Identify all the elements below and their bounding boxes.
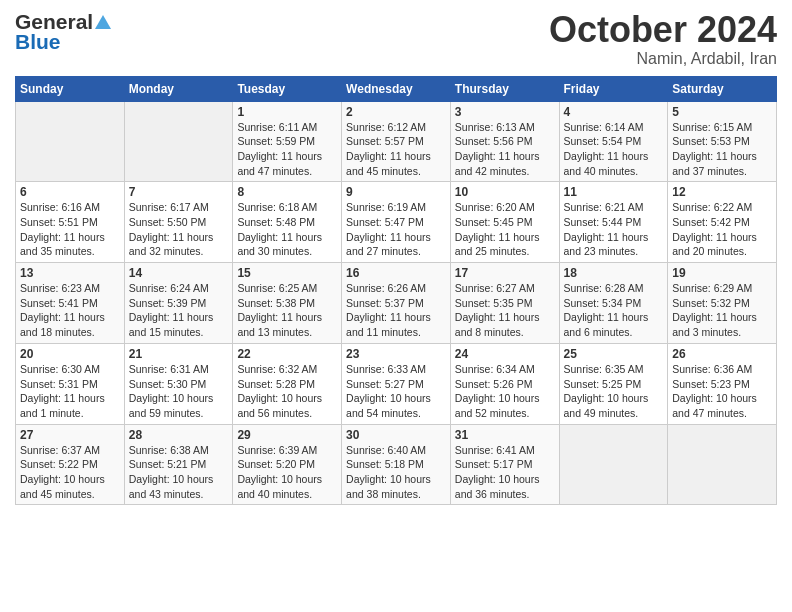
page-title: October 2024 [549,10,777,50]
day-info: Sunrise: 6:36 AM Sunset: 5:23 PM Dayligh… [672,362,772,421]
calendar-cell: 26Sunrise: 6:36 AM Sunset: 5:23 PM Dayli… [668,343,777,424]
day-number: 12 [672,185,772,199]
day-number: 24 [455,347,555,361]
header-row: Sunday Monday Tuesday Wednesday Thursday… [16,76,777,101]
calendar-cell: 29Sunrise: 6:39 AM Sunset: 5:20 PM Dayli… [233,424,342,505]
day-info: Sunrise: 6:29 AM Sunset: 5:32 PM Dayligh… [672,281,772,340]
calendar-cell: 2Sunrise: 6:12 AM Sunset: 5:57 PM Daylig… [342,101,451,182]
day-info: Sunrise: 6:14 AM Sunset: 5:54 PM Dayligh… [564,120,664,179]
calendar-cell: 9Sunrise: 6:19 AM Sunset: 5:47 PM Daylig… [342,182,451,263]
calendar-cell: 1Sunrise: 6:11 AM Sunset: 5:59 PM Daylig… [233,101,342,182]
calendar-cell: 14Sunrise: 6:24 AM Sunset: 5:39 PM Dayli… [124,263,233,344]
day-number: 7 [129,185,229,199]
calendar-cell: 6Sunrise: 6:16 AM Sunset: 5:51 PM Daylig… [16,182,125,263]
calendar-header: Sunday Monday Tuesday Wednesday Thursday… [16,76,777,101]
day-info: Sunrise: 6:17 AM Sunset: 5:50 PM Dayligh… [129,200,229,259]
calendar-cell: 15Sunrise: 6:25 AM Sunset: 5:38 PM Dayli… [233,263,342,344]
day-info: Sunrise: 6:40 AM Sunset: 5:18 PM Dayligh… [346,443,446,502]
day-number: 18 [564,266,664,280]
col-saturday: Saturday [668,76,777,101]
calendar-table: Sunday Monday Tuesday Wednesday Thursday… [15,76,777,506]
day-info: Sunrise: 6:30 AM Sunset: 5:31 PM Dayligh… [20,362,120,421]
calendar-cell: 17Sunrise: 6:27 AM Sunset: 5:35 PM Dayli… [450,263,559,344]
page: General Blue October 2024 Namin, Ardabil… [0,0,792,612]
calendar-cell: 19Sunrise: 6:29 AM Sunset: 5:32 PM Dayli… [668,263,777,344]
day-number: 16 [346,266,446,280]
col-friday: Friday [559,76,668,101]
day-info: Sunrise: 6:15 AM Sunset: 5:53 PM Dayligh… [672,120,772,179]
col-tuesday: Tuesday [233,76,342,101]
day-number: 25 [564,347,664,361]
calendar-cell [124,101,233,182]
col-sunday: Sunday [16,76,125,101]
day-number: 21 [129,347,229,361]
day-info: Sunrise: 6:37 AM Sunset: 5:22 PM Dayligh… [20,443,120,502]
calendar-cell: 31Sunrise: 6:41 AM Sunset: 5:17 PM Dayli… [450,424,559,505]
day-info: Sunrise: 6:23 AM Sunset: 5:41 PM Dayligh… [20,281,120,340]
day-info: Sunrise: 6:35 AM Sunset: 5:25 PM Dayligh… [564,362,664,421]
day-info: Sunrise: 6:20 AM Sunset: 5:45 PM Dayligh… [455,200,555,259]
day-info: Sunrise: 6:28 AM Sunset: 5:34 PM Dayligh… [564,281,664,340]
day-info: Sunrise: 6:33 AM Sunset: 5:27 PM Dayligh… [346,362,446,421]
day-info: Sunrise: 6:27 AM Sunset: 5:35 PM Dayligh… [455,281,555,340]
calendar-cell [668,424,777,505]
calendar-cell: 21Sunrise: 6:31 AM Sunset: 5:30 PM Dayli… [124,343,233,424]
calendar-cell: 24Sunrise: 6:34 AM Sunset: 5:26 PM Dayli… [450,343,559,424]
day-number: 14 [129,266,229,280]
day-number: 26 [672,347,772,361]
day-info: Sunrise: 6:39 AM Sunset: 5:20 PM Dayligh… [237,443,337,502]
calendar-cell: 12Sunrise: 6:22 AM Sunset: 5:42 PM Dayli… [668,182,777,263]
day-number: 20 [20,347,120,361]
day-number: 27 [20,428,120,442]
day-info: Sunrise: 6:18 AM Sunset: 5:48 PM Dayligh… [237,200,337,259]
day-info: Sunrise: 6:19 AM Sunset: 5:47 PM Dayligh… [346,200,446,259]
day-number: 31 [455,428,555,442]
page-subtitle: Namin, Ardabil, Iran [549,50,777,68]
day-info: Sunrise: 6:32 AM Sunset: 5:28 PM Dayligh… [237,362,337,421]
calendar-cell: 30Sunrise: 6:40 AM Sunset: 5:18 PM Dayli… [342,424,451,505]
calendar-cell: 13Sunrise: 6:23 AM Sunset: 5:41 PM Dayli… [16,263,125,344]
calendar-cell: 18Sunrise: 6:28 AM Sunset: 5:34 PM Dayli… [559,263,668,344]
day-number: 3 [455,105,555,119]
calendar-cell: 7Sunrise: 6:17 AM Sunset: 5:50 PM Daylig… [124,182,233,263]
day-number: 15 [237,266,337,280]
calendar-cell: 25Sunrise: 6:35 AM Sunset: 5:25 PM Dayli… [559,343,668,424]
day-info: Sunrise: 6:41 AM Sunset: 5:17 PM Dayligh… [455,443,555,502]
day-info: Sunrise: 6:13 AM Sunset: 5:56 PM Dayligh… [455,120,555,179]
day-number: 11 [564,185,664,199]
calendar-cell: 28Sunrise: 6:38 AM Sunset: 5:21 PM Dayli… [124,424,233,505]
day-number: 23 [346,347,446,361]
calendar-cell: 22Sunrise: 6:32 AM Sunset: 5:28 PM Dayli… [233,343,342,424]
day-info: Sunrise: 6:21 AM Sunset: 5:44 PM Dayligh… [564,200,664,259]
col-thursday: Thursday [450,76,559,101]
calendar-cell: 27Sunrise: 6:37 AM Sunset: 5:22 PM Dayli… [16,424,125,505]
calendar-cell: 4Sunrise: 6:14 AM Sunset: 5:54 PM Daylig… [559,101,668,182]
title-area: October 2024 Namin, Ardabil, Iran [549,10,777,68]
day-info: Sunrise: 6:11 AM Sunset: 5:59 PM Dayligh… [237,120,337,179]
day-number: 1 [237,105,337,119]
day-info: Sunrise: 6:34 AM Sunset: 5:26 PM Dayligh… [455,362,555,421]
calendar-week-1: 6Sunrise: 6:16 AM Sunset: 5:51 PM Daylig… [16,182,777,263]
day-info: Sunrise: 6:31 AM Sunset: 5:30 PM Dayligh… [129,362,229,421]
day-number: 13 [20,266,120,280]
day-info: Sunrise: 6:25 AM Sunset: 5:38 PM Dayligh… [237,281,337,340]
logo-icon [94,13,112,31]
calendar-cell: 5Sunrise: 6:15 AM Sunset: 5:53 PM Daylig… [668,101,777,182]
day-number: 2 [346,105,446,119]
calendar-cell: 10Sunrise: 6:20 AM Sunset: 5:45 PM Dayli… [450,182,559,263]
day-number: 30 [346,428,446,442]
day-number: 17 [455,266,555,280]
day-number: 28 [129,428,229,442]
day-info: Sunrise: 6:24 AM Sunset: 5:39 PM Dayligh… [129,281,229,340]
calendar-week-3: 20Sunrise: 6:30 AM Sunset: 5:31 PM Dayli… [16,343,777,424]
logo-blue: Blue [15,30,61,54]
calendar-cell: 8Sunrise: 6:18 AM Sunset: 5:48 PM Daylig… [233,182,342,263]
calendar-cell: 20Sunrise: 6:30 AM Sunset: 5:31 PM Dayli… [16,343,125,424]
calendar-week-2: 13Sunrise: 6:23 AM Sunset: 5:41 PM Dayli… [16,263,777,344]
day-info: Sunrise: 6:38 AM Sunset: 5:21 PM Dayligh… [129,443,229,502]
calendar-cell: 23Sunrise: 6:33 AM Sunset: 5:27 PM Dayli… [342,343,451,424]
logo: General Blue [15,10,113,54]
calendar-cell: 3Sunrise: 6:13 AM Sunset: 5:56 PM Daylig… [450,101,559,182]
col-monday: Monday [124,76,233,101]
calendar-week-0: 1Sunrise: 6:11 AM Sunset: 5:59 PM Daylig… [16,101,777,182]
